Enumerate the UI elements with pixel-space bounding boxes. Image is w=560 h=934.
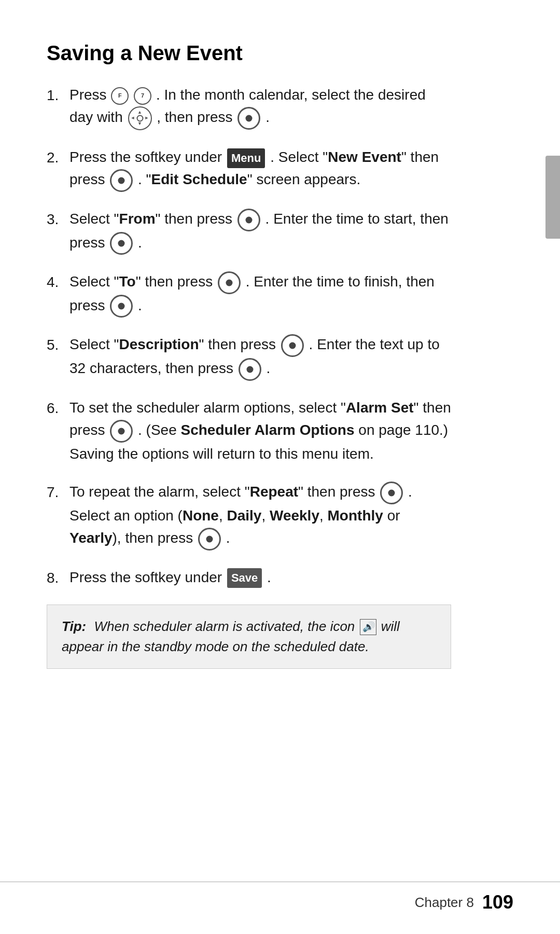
tip-box: Tip: When scheduler alarm is activated, … [47, 605, 451, 669]
page-title: Saving a New Event [47, 42, 451, 65]
seven-key-icon: 7 [134, 87, 151, 105]
side-tab [545, 156, 560, 239]
step-8: Press the softkey under Save . [47, 566, 451, 589]
ok-button-icon-2 [239, 358, 261, 381]
ok-button-icon-2 [198, 528, 221, 551]
step-2: Press the softkey under Menu . Select "N… [47, 146, 451, 192]
f-key-icon: F [111, 87, 129, 105]
steps-list: Press F 7 . In the month calendar, selec… [47, 84, 451, 589]
page-content: Saving a New Event Press F 7 . In the mo… [0, 0, 498, 710]
step-4-content: Select "To" then press . Enter the time … [69, 270, 451, 318]
step-8-content: Press the softkey under Save . [69, 566, 451, 589]
step-7: To repeat the alarm, select "Repeat" the… [47, 480, 451, 551]
step-2-content: Press the softkey under Menu . Select "N… [69, 146, 451, 192]
tip-text: When scheduler alarm is activated, the i… [62, 619, 400, 654]
step-3-content: Select "From" then press . Enter the tim… [69, 208, 451, 255]
ok-button-icon-2 [110, 295, 133, 318]
step-4: Select "To" then press . Enter the time … [47, 270, 451, 318]
ok-button-icon [380, 482, 403, 504]
step-5: Select "Description" then press . Enter … [47, 333, 451, 380]
alarm-icon: 🔊 [360, 619, 376, 635]
page-footer: Chapter 8 109 [0, 882, 560, 913]
menu-badge: Menu [227, 148, 265, 168]
ok-button-icon [218, 271, 241, 294]
footer-page-number: 109 [482, 891, 513, 913]
step-1-content: Press F 7 . In the month calendar, selec… [69, 84, 451, 130]
step-6: To set the scheduler alarm options, sele… [47, 396, 451, 465]
step-5-content: Select "Description" then press . Enter … [69, 333, 451, 380]
nav-arrow-icon: ▲ ▼ ◄ ► [128, 106, 152, 130]
step-7-content: To repeat the alarm, select "Repeat" the… [69, 480, 451, 551]
tip-label: Tip: [62, 619, 86, 634]
ok-button-icon [281, 334, 304, 357]
step-1: Press F 7 . In the month calendar, selec… [47, 84, 451, 130]
ok-button-icon [237, 209, 260, 231]
step-3: Select "From" then press . Enter the tim… [47, 208, 451, 255]
ok-button-icon-2 [110, 232, 133, 255]
ok-button-icon [237, 107, 260, 130]
ok-button-icon [110, 169, 133, 192]
footer-chapter: Chapter 8 [415, 895, 474, 911]
step-6-content: To set the scheduler alarm options, sele… [69, 396, 451, 465]
save-badge: Save [227, 568, 262, 588]
ok-button-icon [110, 420, 133, 443]
arrow-center-dot [136, 115, 143, 122]
